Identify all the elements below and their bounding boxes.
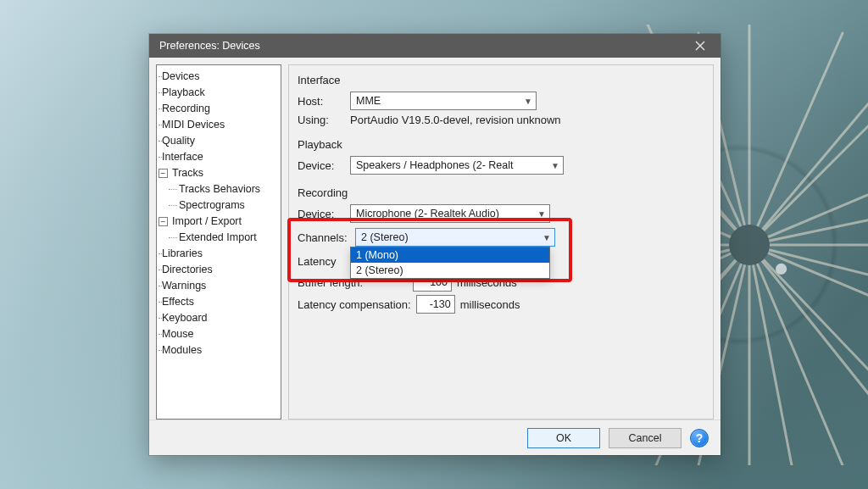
latency-comp-input[interactable]: -130: [416, 295, 455, 314]
help-icon[interactable]: ?: [690, 429, 709, 447]
tree-item-tracks[interactable]: Tracks: [157, 165, 281, 181]
expander-icon[interactable]: [159, 169, 168, 178]
channels-label: Channels:: [298, 231, 350, 244]
svg-line-8: [749, 245, 868, 431]
tree-item-import-export[interactable]: Import / Export: [157, 214, 281, 230]
latency-comp-label: Latency compensation:: [298, 298, 411, 311]
tree-item-directories[interactable]: Directories: [157, 262, 281, 278]
using-label: Using:: [298, 114, 345, 126]
tree-item-modules[interactable]: Modules: [157, 342, 281, 358]
recording-device-label: Device:: [298, 208, 345, 220]
devices-panel: Interface Host: MME ▼ Using: PortAudio V…: [288, 64, 714, 420]
chevron-down-icon: ▼: [551, 161, 559, 170]
group-recording-title: Recording: [298, 186, 704, 199]
host-label: Host:: [298, 95, 345, 108]
svg-line-3: [749, 33, 843, 245]
titlebar[interactable]: Preferences: Devices: [149, 34, 721, 58]
svg-point-26: [729, 225, 770, 265]
channels-dropdown[interactable]: 1 (Mono) 2 (Stereo): [350, 247, 550, 279]
svg-line-4: [749, 58, 868, 245]
channels-option-mono[interactable]: 1 (Mono): [351, 247, 549, 263]
tree-item-tracks-behaviors[interactable]: Tracks Behaviors: [157, 181, 281, 197]
close-icon[interactable]: [685, 36, 715, 55]
host-combo[interactable]: MME ▼: [350, 92, 537, 110]
window-title: Preferences: Devices: [159, 40, 260, 52]
playback-device-combo[interactable]: Speakers / Headphones (2- Realt ▼: [350, 156, 564, 175]
expander-icon[interactable]: [159, 217, 168, 226]
tree-item-playback[interactable]: Playback: [157, 85, 281, 101]
chevron-down-icon: ▼: [537, 209, 546, 219]
svg-line-21: [749, 245, 868, 414]
preferences-window: Preferences: Devices Devices Playback Re…: [149, 34, 721, 455]
tree-item-keyboard[interactable]: Keyboard: [157, 310, 281, 326]
latency-comp-units: milliseconds: [460, 298, 520, 311]
svg-line-7: [749, 245, 868, 338]
chevron-down-icon: ▼: [542, 233, 551, 242]
channels-option-stereo[interactable]: 2 (Stereo): [351, 263, 549, 278]
channels-combo[interactable]: 2 (Stereo) ▼: [355, 228, 555, 247]
tree-item-extended-import[interactable]: Extended Import: [157, 230, 281, 246]
recording-device-value: Microphone (2- Realtek Audio): [356, 208, 499, 219]
group-playback-title: Playback: [298, 138, 704, 151]
svg-line-19: [749, 203, 868, 245]
tree-item-quality[interactable]: Quality: [157, 133, 281, 149]
tree-item-devices[interactable]: Devices: [157, 69, 281, 85]
playback-device-label: Device:: [298, 159, 345, 172]
dialog-footer: OK Cancel ?: [149, 420, 721, 455]
group-interface-title: Interface: [298, 74, 704, 86]
tree-item-spectrograms[interactable]: Spectrograms: [157, 197, 281, 214]
svg-line-22: [749, 245, 792, 465]
category-tree[interactable]: Devices Playback Recording MIDI Devices …: [156, 64, 281, 420]
cancel-button[interactable]: Cancel: [609, 428, 682, 448]
svg-line-18: [749, 84, 868, 245]
tree-item-mouse[interactable]: Mouse: [157, 326, 281, 342]
tree-item-libraries[interactable]: Libraries: [157, 246, 281, 262]
svg-line-9: [749, 245, 843, 465]
svg-line-5: [749, 152, 868, 245]
tree-item-effects[interactable]: Effects: [157, 294, 281, 310]
host-value: MME: [356, 95, 381, 107]
using-value: PortAudio V19.5.0-devel, revision unknow…: [350, 114, 561, 126]
svg-line-20: [749, 245, 868, 296]
recording-device-combo[interactable]: Microphone (2- Realtek Audio) ▼: [350, 204, 550, 223]
tree-item-interface[interactable]: Interface: [157, 149, 281, 165]
ok-button[interactable]: OK: [527, 428, 600, 448]
chevron-down-icon: ▼: [524, 97, 532, 106]
tree-item-warnings[interactable]: Warnings: [157, 278, 281, 294]
desktop-wallpaper: Preferences: Devices Devices Playback Re…: [0, 0, 868, 489]
tree-item-recording[interactable]: Recording: [157, 101, 281, 117]
playback-device-value: Speakers / Headphones (2- Realt: [356, 159, 514, 171]
channels-value: 2 (Stereo): [361, 231, 409, 243]
tree-item-midi-devices[interactable]: MIDI Devices: [157, 117, 281, 133]
